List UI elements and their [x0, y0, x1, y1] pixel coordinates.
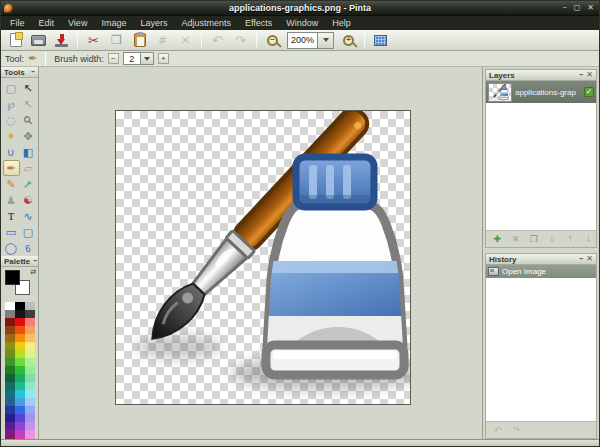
- delete-layer-button[interactable]: ✖: [508, 233, 522, 246]
- palette-swatch[interactable]: [25, 406, 35, 414]
- palette-swatch[interactable]: [5, 398, 15, 406]
- menu-edit[interactable]: Edit: [32, 16, 62, 30]
- palette-minimize-button[interactable]: –: [33, 257, 37, 265]
- save-button[interactable]: [51, 31, 72, 49]
- tool-color-picker[interactable]: ⊸: [20, 176, 37, 192]
- palette-swatch[interactable]: [5, 430, 15, 438]
- tool-magic-wand[interactable]: ✶: [3, 128, 20, 144]
- palette-swatch[interactable]: [5, 326, 15, 334]
- new-button[interactable]: [5, 31, 26, 49]
- palette-swatch[interactable]: [5, 366, 15, 374]
- tool-text[interactable]: T: [3, 208, 20, 224]
- palette-swatch[interactable]: [25, 430, 35, 438]
- palette-swatch[interactable]: [25, 374, 35, 382]
- palette-swatch[interactable]: [15, 342, 25, 350]
- tool-ellipse[interactable]: ◯: [3, 240, 20, 256]
- history-redo-button[interactable]: ↷: [509, 424, 524, 437]
- tool-move-selection[interactable]: ↖: [20, 96, 37, 112]
- history-minimize-button[interactable]: –: [579, 255, 583, 263]
- palette-swatch[interactable]: [5, 422, 15, 430]
- palette-swatch[interactable]: [15, 406, 25, 414]
- palette-swatch[interactable]: [15, 318, 25, 326]
- palette-swatch[interactable]: [25, 318, 35, 326]
- history-item[interactable]: Open Image: [486, 265, 596, 278]
- grid-button[interactable]: [370, 31, 391, 49]
- cut-button[interactable]: ✂: [83, 31, 104, 49]
- palette-swatch[interactable]: [5, 310, 15, 318]
- brush-width-input[interactable]: 2: [123, 52, 141, 65]
- tool-rectangle[interactable]: ▭: [3, 224, 20, 240]
- tool-lasso-select[interactable]: ℘: [3, 96, 20, 112]
- palette-swatch[interactable]: [5, 350, 15, 358]
- zoom-out-button[interactable]: −: [262, 31, 283, 49]
- palette-swatch[interactable]: [15, 398, 25, 406]
- palette-swatch[interactable]: [15, 414, 25, 422]
- palette-swatch[interactable]: [5, 342, 15, 350]
- layers-minimize-button[interactable]: –: [579, 71, 583, 79]
- menu-adjustments[interactable]: Adjustments: [174, 16, 238, 30]
- move-layer-down-button[interactable]: ↓: [582, 233, 596, 246]
- palette-swatch[interactable]: [25, 342, 35, 350]
- palette-swatch[interactable]: [25, 414, 35, 422]
- tool-rectangle-select[interactable]: ▢: [3, 80, 20, 96]
- palette-swatch[interactable]: [25, 358, 35, 366]
- palette-swatch[interactable]: [15, 326, 25, 334]
- palette-swatch[interactable]: [15, 334, 25, 342]
- brush-width-dropdown[interactable]: [141, 52, 154, 65]
- palette-swatch[interactable]: [25, 334, 35, 342]
- palette-swatch[interactable]: [15, 366, 25, 374]
- palette-swatch[interactable]: [5, 382, 15, 390]
- close-button[interactable]: ✕: [587, 4, 594, 12]
- menu-help[interactable]: Help: [325, 16, 358, 30]
- redo-button[interactable]: ↷: [230, 31, 251, 49]
- menu-window[interactable]: Window: [279, 16, 325, 30]
- tool-recolor[interactable]: ☯: [20, 192, 37, 208]
- tool-paintbrush[interactable]: ✒: [3, 160, 20, 176]
- minimize-button[interactable]: –: [563, 4, 567, 12]
- palette-swatch[interactable]: [5, 302, 15, 310]
- tool-rounded-rectangle[interactable]: ▢: [20, 224, 37, 240]
- move-layer-up-button[interactable]: ↑: [563, 233, 577, 246]
- copy-button[interactable]: ❐: [106, 31, 127, 49]
- palette-swatch[interactable]: [5, 390, 15, 398]
- palette-swatch[interactable]: [25, 382, 35, 390]
- maximize-button[interactable]: ◻: [574, 4, 581, 12]
- add-layer-button[interactable]: ✚: [490, 233, 504, 246]
- zoom-level-input[interactable]: 200%: [287, 32, 318, 49]
- palette-swatch[interactable]: [5, 318, 15, 326]
- history-undo-button[interactable]: ↶: [490, 424, 505, 437]
- crop-to-selection-button[interactable]: #: [152, 31, 173, 49]
- title-bar[interactable]: applications-graphics.png - Pinta – ◻ ✕: [1, 1, 599, 15]
- tool-paint-bucket[interactable]: ∪: [3, 144, 20, 160]
- undo-button[interactable]: ↶: [207, 31, 228, 49]
- menu-effects[interactable]: Effects: [238, 16, 279, 30]
- tool-line-curve[interactable]: ∿: [20, 208, 37, 224]
- zoom-level-dropdown[interactable]: [318, 32, 334, 49]
- palette-swatch[interactable]: [25, 390, 35, 398]
- tool-move-selected[interactable]: ↖: [20, 80, 37, 96]
- menu-layers[interactable]: Layers: [133, 16, 174, 30]
- open-button[interactable]: [28, 31, 49, 49]
- tool-zoom-tool[interactable]: ⚲: [20, 112, 37, 128]
- menu-file[interactable]: File: [3, 16, 32, 30]
- palette-swatch[interactable]: [5, 374, 15, 382]
- tools-minimize-button[interactable]: –: [31, 68, 35, 76]
- palette-swatch[interactable]: [25, 422, 35, 430]
- palette-swatch[interactable]: [15, 422, 25, 430]
- palette-swatch[interactable]: [5, 414, 15, 422]
- palette-swatch[interactable]: [15, 350, 25, 358]
- history-close-button[interactable]: ✕: [586, 255, 593, 263]
- menu-view[interactable]: View: [61, 16, 94, 30]
- palette-swatch[interactable]: [25, 310, 35, 318]
- brush-width-decrease-button[interactable]: −: [108, 53, 119, 64]
- paste-button[interactable]: [129, 31, 150, 49]
- palette-swatch[interactable]: [15, 310, 25, 318]
- layer-row[interactable]: applications-grap ✓: [486, 81, 596, 103]
- palette-swatch[interactable]: [15, 374, 25, 382]
- palette-swatch[interactable]: [15, 382, 25, 390]
- palette-swatch[interactable]: [5, 358, 15, 366]
- palette-swatch[interactable]: [15, 430, 25, 438]
- palette-swatch[interactable]: [5, 334, 15, 342]
- tool-ellipse-select[interactable]: ◌: [3, 112, 20, 128]
- tool-gradient[interactable]: ◧: [20, 144, 37, 160]
